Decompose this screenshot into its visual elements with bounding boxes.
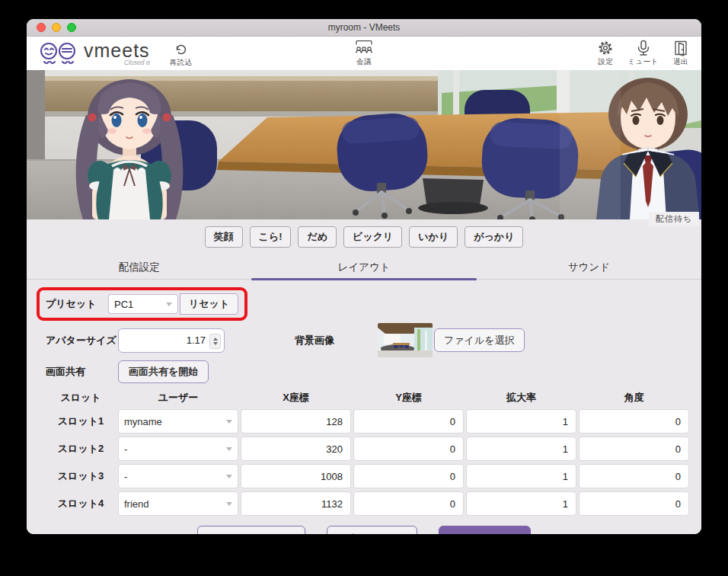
vmeets-logo: vmeets Closed α	[39, 41, 150, 66]
control-panel: 笑顔 こら! だめ ビックリ いかり がっかり 配信設定 レイアウト サウンド …	[27, 219, 701, 534]
header-actions: 設定 ミュート	[597, 40, 689, 67]
slot3-user-value: -	[124, 471, 127, 482]
col-header-angle: 角度	[579, 391, 689, 406]
layout-form: プリセット PC1 リセット アバターサイズ	[27, 280, 701, 534]
room-scene	[27, 70, 701, 219]
slot4-scale-input[interactable]	[466, 491, 576, 516]
traffic-lights	[37, 23, 76, 32]
preset-select[interactable]: PC1	[108, 294, 178, 314]
exit-door-icon	[672, 40, 689, 56]
tab-sound[interactable]: サウンド	[477, 257, 701, 279]
emotion-anger-button[interactable]: いかり	[409, 226, 458, 248]
settings-tabs: 配信設定 レイアウト サウンド	[27, 257, 701, 280]
logo-text: vmeets	[84, 40, 150, 61]
chevron-down-icon	[226, 502, 232, 506]
slot4-user-select[interactable]: friend	[118, 491, 238, 516]
meeting-button[interactable]: 会議	[354, 40, 374, 67]
emotion-buttons: 笑顔 こら! だめ ビックリ いかり がっかり	[27, 226, 701, 248]
slot4-y-input[interactable]	[353, 491, 464, 516]
slot1-label: スロット1	[46, 414, 116, 428]
slot1-angle-input[interactable]	[579, 409, 689, 434]
avatar-size-field	[118, 328, 225, 353]
background-thumbnail-image	[378, 323, 433, 357]
slot3-x-input[interactable]	[241, 464, 351, 488]
app-header: vmeets Closed α 再読込 会	[27, 37, 701, 70]
preset-label: プリセット	[46, 297, 101, 311]
minimize-button[interactable]	[52, 23, 61, 32]
avatar-size-input[interactable]	[118, 328, 225, 353]
change-avatar-button[interactable]: アバター変更	[197, 526, 305, 534]
slot1-user-value: myname	[124, 416, 162, 427]
slot1-x-input[interactable]	[241, 409, 351, 434]
slot4-user-value: friend	[124, 498, 149, 510]
spinner-down-icon	[213, 342, 218, 345]
tab-layout[interactable]: レイアウト	[251, 257, 476, 279]
preset-select-value: PC1	[114, 299, 133, 310]
emotion-scold-button[interactable]: こら!	[250, 226, 292, 248]
col-header-y: Y座標	[353, 391, 464, 406]
close-button[interactable]	[37, 23, 46, 32]
file-select-button[interactable]: ファイルを選択	[434, 328, 525, 352]
chevron-down-icon	[226, 475, 232, 478]
slot1-scale-input[interactable]	[466, 409, 576, 434]
titlebar[interactable]: myroom - VMeets	[27, 19, 701, 37]
slot2-user-select[interactable]: -	[118, 437, 238, 461]
slot3-user-select[interactable]: -	[118, 464, 238, 488]
settings-button[interactable]: 設定	[597, 40, 614, 67]
mute-label: ミュート	[627, 57, 659, 67]
background-image-group: 背景画像	[295, 323, 525, 357]
meeting-icon	[354, 40, 374, 56]
exit-button[interactable]: 退出	[672, 40, 689, 67]
slot4-x-input[interactable]	[241, 491, 351, 516]
bottom-actions: アバター変更 招待する 配信開始	[46, 526, 682, 534]
window-title: myroom - VMeets	[328, 22, 401, 33]
emotion-disappointed-button[interactable]: がっかり	[465, 226, 523, 248]
preset-highlight-box: プリセット PC1 リセット	[37, 287, 247, 321]
emotion-smile-button[interactable]: 笑顔	[205, 226, 243, 248]
vmeets-wordmark: vmeets Closed α	[84, 41, 150, 66]
app-window: myroom - VMeets vmeets Closed α	[27, 19, 701, 534]
background-image-label: 背景画像	[295, 334, 367, 347]
slot2-y-input[interactable]	[353, 437, 464, 461]
preset-reset-button[interactable]: リセット	[180, 293, 238, 315]
reload-label: 再読込	[170, 58, 193, 68]
reload-button[interactable]: 再読込	[170, 42, 193, 68]
slot4-angle-input[interactable]	[579, 491, 689, 516]
gear-icon	[597, 40, 614, 56]
slot1-y-input[interactable]	[353, 409, 464, 434]
slot2-angle-input[interactable]	[579, 437, 689, 461]
vmeets-logo-icon	[39, 41, 78, 66]
emotion-surprise-button[interactable]: ビックリ	[343, 226, 402, 248]
col-header-x: X座標	[241, 391, 351, 406]
slot2-scale-input[interactable]	[466, 437, 576, 461]
invite-button[interactable]: 招待する	[327, 526, 417, 534]
slot3-scale-input[interactable]	[466, 464, 576, 488]
slot3-y-input[interactable]	[353, 464, 464, 488]
broadcast-status-badge: 配信待ち	[649, 212, 699, 226]
slot2-user-value: -	[124, 443, 127, 455]
slot-table: スロット ユーザー X座標 Y座標 拡大率 角度 スロット1 myname スロ…	[46, 391, 682, 516]
settings-label: 設定	[598, 57, 613, 67]
start-broadcast-button[interactable]: 配信開始	[439, 526, 531, 534]
spinner-up-icon	[213, 338, 218, 341]
exit-label: 退出	[673, 57, 688, 67]
chevron-down-icon	[226, 420, 232, 424]
emotion-no-button[interactable]: だめ	[298, 226, 337, 248]
meeting-label: 会議	[356, 57, 372, 67]
screen-share-start-button[interactable]: 画面共有を開始	[118, 360, 209, 383]
stage-view: 配信待ち	[27, 70, 701, 219]
tab-broadcast-settings[interactable]: 配信設定	[27, 257, 251, 279]
zoom-button[interactable]	[67, 23, 76, 32]
slot4-label: スロット4	[46, 497, 116, 510]
slot3-label: スロット3	[46, 469, 116, 483]
slot3-angle-input[interactable]	[579, 464, 689, 488]
chevron-down-icon	[166, 302, 172, 306]
background-image-thumbnail	[378, 323, 433, 357]
slot2-x-input[interactable]	[241, 437, 351, 461]
col-header-user: ユーザー	[118, 391, 238, 406]
number-spinner[interactable]	[209, 334, 221, 349]
reload-icon	[174, 42, 189, 57]
mute-button[interactable]: ミュート	[627, 40, 659, 67]
screen-share-label: 画面共有	[46, 365, 118, 379]
slot1-user-select[interactable]: myname	[118, 409, 238, 434]
